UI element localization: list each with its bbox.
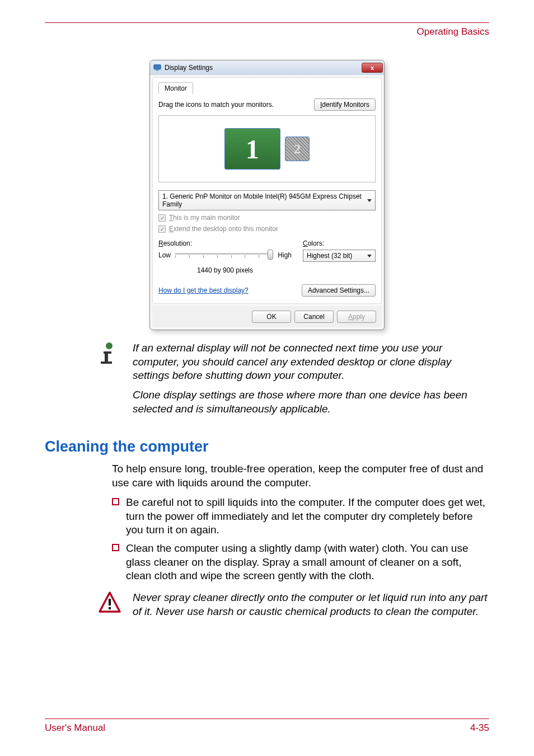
apply-button[interactable]: Apply [337, 311, 376, 323]
main-monitor-label: This is my main monitor [169, 214, 240, 222]
extend-desktop-label: Extend the desktop onto this monitor [169, 225, 278, 233]
dialog-titlebar[interactable]: Display Settings x [150, 60, 384, 75]
ok-button[interactable]: OK [252, 311, 291, 323]
note-paragraph-2: Clone display settings are those where m… [133, 388, 484, 416]
svg-rect-0 [154, 65, 161, 69]
slider-low-label: Low [158, 251, 171, 259]
slider-thumb[interactable] [268, 250, 273, 260]
svg-rect-3 [109, 599, 111, 605]
footer-rule [45, 719, 489, 719]
advanced-settings-button[interactable]: Advanced Settings... [302, 284, 376, 297]
monitor-layout-area[interactable]: 1 2 [158, 115, 376, 182]
main-monitor-checkbox: ✓ [158, 214, 166, 222]
monitor-1[interactable]: 1 [224, 128, 280, 170]
monitor-dropdown-value: 1. Generic PnP Monitor on Mobile Intel(R… [162, 192, 367, 208]
bullet-icon [112, 498, 119, 505]
monitor-2[interactable]: 2 [285, 137, 310, 161]
chevron-down-icon [367, 255, 372, 257]
caution-icon [98, 591, 121, 614]
svg-rect-4 [109, 607, 111, 609]
identify-monitors-button[interactable]: Identify Monitors [314, 98, 376, 111]
header-rule [45, 22, 489, 23]
resolution-slider[interactable] [175, 250, 273, 261]
cancel-button[interactable]: Cancel [294, 311, 334, 323]
extend-desktop-checkbox: ✓ [158, 226, 166, 233]
slider-high-label: High [278, 251, 292, 259]
colors-dropdown[interactable]: Highest (32 bit) [303, 250, 376, 262]
section-heading: Cleaning the computer [45, 438, 489, 456]
drag-instruction: Drag the icons to match your monitors. [158, 101, 274, 109]
display-settings-dialog: Display Settings x Monitor Drag the icon… [149, 60, 385, 330]
resolution-value: 1440 by 900 pixels [158, 266, 292, 274]
svg-point-2 [106, 342, 113, 349]
bullet-1: Be careful not to spill liquids into the… [126, 496, 489, 537]
footer-right: 4-35 [470, 722, 489, 734]
help-link[interactable]: How do I get the best display? [158, 287, 249, 294]
footer-left: User's Manual [45, 722, 105, 734]
info-icon [98, 341, 121, 367]
colors-value: Highest (32 bit) [307, 252, 352, 260]
monitor-dropdown[interactable]: 1. Generic PnP Monitor on Mobile Intel(R… [158, 190, 376, 210]
header-section: Operating Basics [45, 26, 489, 37]
intro-paragraph: To help ensure long, trouble-free operat… [112, 462, 489, 490]
resolution-label: Resolution: [158, 240, 292, 247]
bullet-icon [112, 544, 119, 551]
dialog-title: Display Settings [165, 64, 213, 72]
tab-monitor[interactable]: Monitor [158, 82, 193, 94]
display-icon [153, 64, 161, 72]
colors-label: Colors: [303, 240, 376, 247]
caution-text: Never spray cleaner directly onto the co… [133, 591, 489, 618]
close-button[interactable]: x [362, 63, 383, 73]
chevron-down-icon [367, 199, 372, 202]
bullet-2: Clean the computer using a slightly damp… [126, 542, 489, 583]
note-paragraph-1: If an external display will not be conne… [133, 341, 484, 383]
svg-rect-1 [156, 70, 158, 71]
